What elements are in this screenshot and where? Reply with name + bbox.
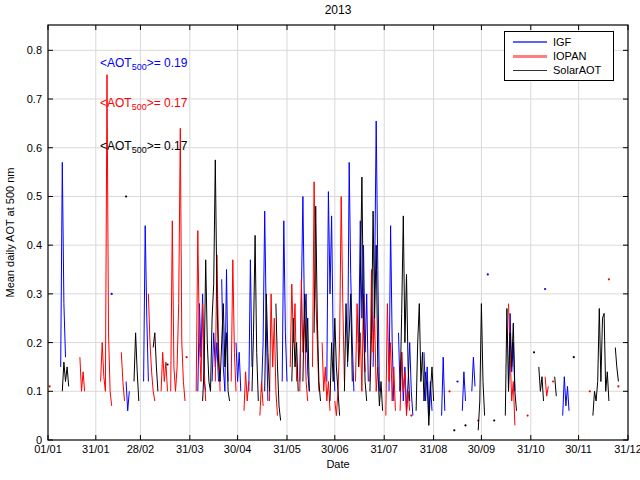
data-point-dot bbox=[111, 293, 113, 295]
x-tick-label: 30/09 bbox=[468, 443, 496, 455]
data-point-dot bbox=[552, 380, 554, 382]
y-tick-label: 0.1 bbox=[27, 385, 42, 397]
line-segment bbox=[292, 318, 298, 391]
line-segment bbox=[171, 128, 185, 401]
data-point-dot bbox=[125, 195, 127, 197]
y-tick-label: 0.6 bbox=[27, 142, 42, 154]
line-segment bbox=[260, 382, 263, 416]
line-segment bbox=[615, 348, 618, 382]
x-tick-label: 31/08 bbox=[420, 443, 448, 455]
data-point-dot bbox=[608, 278, 610, 280]
data-point-dot bbox=[410, 415, 412, 417]
x-tick-label: 31/01 bbox=[82, 443, 110, 455]
data-point-dot bbox=[487, 273, 489, 275]
line-segment bbox=[335, 197, 345, 416]
data-point-dot bbox=[186, 356, 188, 358]
line-segment bbox=[148, 294, 154, 401]
y-tick-label: 0.2 bbox=[27, 337, 42, 349]
line-segment bbox=[61, 162, 66, 367]
line-segment bbox=[472, 357, 475, 391]
legend-line-sample bbox=[513, 41, 547, 43]
data-point-dot bbox=[464, 424, 466, 426]
annotation-mean-solaraot: <AOT500>= 0.17 bbox=[100, 139, 187, 155]
line-segment bbox=[427, 367, 433, 426]
line-segment bbox=[555, 377, 557, 397]
line-segment bbox=[62, 362, 68, 391]
legend-item-iopan: IOPAN bbox=[505, 50, 613, 63]
line-segment bbox=[442, 357, 445, 415]
legend-item-solaraot: SolarAOT bbox=[505, 64, 613, 77]
line-segment bbox=[236, 343, 241, 392]
y-tick-label: 0.3 bbox=[27, 288, 42, 300]
x-tick-label: 30/11 bbox=[565, 443, 592, 455]
legend-label: IGF bbox=[553, 36, 571, 49]
data-point-dot bbox=[544, 288, 546, 290]
line-segment bbox=[144, 226, 149, 382]
data-point-dot bbox=[166, 363, 168, 365]
data-point-dot bbox=[493, 419, 495, 421]
line-segment bbox=[563, 377, 569, 416]
data-point-dot bbox=[453, 429, 455, 431]
x-tick-label: 31/03 bbox=[176, 443, 204, 455]
y-tick-label: 0.7 bbox=[27, 93, 42, 105]
data-point-dot bbox=[448, 390, 450, 392]
line-segment bbox=[252, 235, 258, 401]
line-segment bbox=[101, 75, 112, 406]
line-segment bbox=[593, 309, 609, 416]
line-segment bbox=[244, 372, 249, 411]
data-point-dot bbox=[527, 415, 529, 417]
x-tick-label: 30/04 bbox=[224, 443, 252, 455]
data-point-dot bbox=[589, 390, 591, 392]
line-segment bbox=[322, 343, 330, 411]
line-segment bbox=[231, 260, 236, 392]
legend-label: IOPAN bbox=[553, 50, 586, 63]
line-segment bbox=[121, 352, 124, 401]
x-tick-label: 31/12 bbox=[614, 443, 640, 455]
legend-item-igf: IGF bbox=[505, 36, 613, 49]
annotation-mean-igf: <AOT500>= 0.19 bbox=[100, 56, 187, 72]
data-point-dot bbox=[49, 385, 51, 387]
annotation-mean-iopan: <AOT500>= 0.17 bbox=[100, 96, 187, 112]
x-tick-label: 01/01 bbox=[34, 443, 62, 455]
x-tick-label: 28/02 bbox=[127, 443, 155, 455]
legend-line-sample bbox=[513, 70, 547, 71]
legend-line-sample bbox=[513, 55, 547, 58]
x-tick-label: 31/07 bbox=[370, 443, 398, 455]
line-segment bbox=[161, 352, 167, 391]
line-segment bbox=[153, 333, 158, 392]
data-point-dot bbox=[617, 385, 619, 387]
data-point-dot bbox=[533, 351, 535, 353]
line-segment bbox=[314, 206, 320, 401]
legend: IGFIOPANSolarAOT bbox=[504, 31, 614, 81]
figure: 2013 Mean daily AOT at 500 nm Date 00.10… bbox=[0, 0, 640, 480]
y-tick-label: 0.8 bbox=[27, 44, 42, 56]
x-tick-label: 31/10 bbox=[517, 443, 545, 455]
line-segment bbox=[539, 367, 544, 401]
data-point-dot bbox=[573, 356, 575, 358]
x-tick-label: 30/06 bbox=[321, 443, 349, 455]
y-tick-label: 0.5 bbox=[27, 190, 42, 202]
line-segment bbox=[249, 260, 252, 392]
x-tick-label: 31/05 bbox=[273, 443, 301, 455]
legend-label: SolarAOT bbox=[553, 64, 601, 77]
y-tick-label: 0.4 bbox=[27, 239, 42, 251]
data-point-dot bbox=[456, 380, 458, 382]
line-segment bbox=[126, 382, 129, 411]
line-segment bbox=[80, 357, 85, 391]
line-segment bbox=[545, 377, 548, 397]
